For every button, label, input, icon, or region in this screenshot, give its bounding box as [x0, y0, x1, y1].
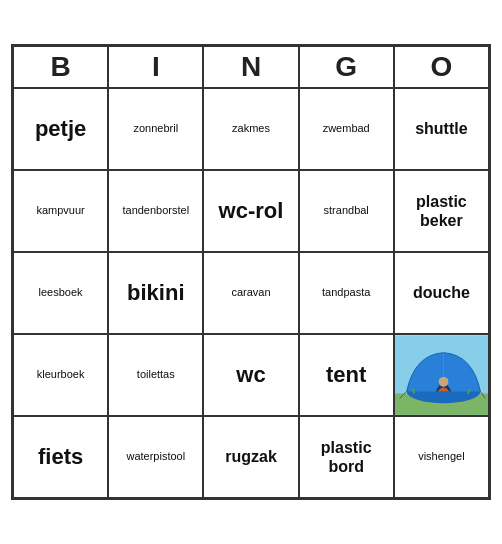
header-g: G	[299, 46, 394, 88]
cell-2-1: bikini	[108, 252, 203, 334]
cell-1-4: plastic beker	[394, 170, 489, 252]
tent-image-svg	[395, 335, 488, 415]
header-b: B	[13, 46, 108, 88]
cell-3-2: wc	[203, 334, 298, 416]
cell-3-1: toilettas	[108, 334, 203, 416]
cell-4-3: plastic bord	[299, 416, 394, 498]
cell-2-4: douche	[394, 252, 489, 334]
svg-point-3	[438, 377, 448, 387]
header-n: N	[203, 46, 298, 88]
cell-2-0: leesboek	[13, 252, 108, 334]
cell-4-2: rugzak	[203, 416, 298, 498]
cell-1-0: kampvuur	[13, 170, 108, 252]
header-i: I	[108, 46, 203, 88]
cell-0-3: zwembad	[299, 88, 394, 170]
cell-3-3: tent	[299, 334, 394, 416]
header-row: B I N G O	[13, 46, 489, 88]
cell-1-2: wc-rol	[203, 170, 298, 252]
header-o: O	[394, 46, 489, 88]
cell-0-4: shuttle	[394, 88, 489, 170]
cell-2-2: caravan	[203, 252, 298, 334]
cell-1-1: tandenborstel	[108, 170, 203, 252]
cell-4-0: fiets	[13, 416, 108, 498]
bingo-grid: petje zonnebril zakmes zwembad shuttle k…	[13, 88, 489, 498]
cell-4-1: waterpistool	[108, 416, 203, 498]
cell-0-0: petje	[13, 88, 108, 170]
cell-3-4-tent-image	[394, 334, 489, 416]
bingo-card: B I N G O petje zonnebril zakmes zwembad…	[11, 44, 491, 500]
cell-0-1: zonnebril	[108, 88, 203, 170]
cell-2-3: tandpasta	[299, 252, 394, 334]
cell-0-2: zakmes	[203, 88, 298, 170]
cell-4-4: vishengel	[394, 416, 489, 498]
cell-3-0: kleurboek	[13, 334, 108, 416]
cell-1-3: strandbal	[299, 170, 394, 252]
